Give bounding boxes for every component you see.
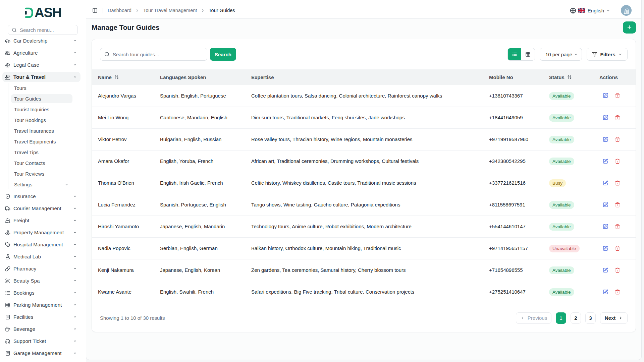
trash-icon[interactable] <box>615 159 620 164</box>
next-page-button[interactable]: Next <box>600 312 628 324</box>
page-number-button[interactable]: 3 <box>585 312 596 324</box>
sidebar-item[interactable]: Facilities <box>2 312 80 322</box>
sidebar-item[interactable]: Support Ticket <box>2 336 80 346</box>
sidebar-item-label: Insurance <box>13 193 36 199</box>
sidebar-item[interactable]: Freight <box>2 215 80 226</box>
sidebar-item[interactable]: Property Management <box>2 227 80 238</box>
cell-name: Lucia Fernandez <box>92 194 154 216</box>
row-actions <box>599 180 635 186</box>
edit-icon[interactable] <box>603 180 608 186</box>
trash-icon[interactable] <box>615 137 620 142</box>
sidebar-item[interactable]: Legal Case <box>2 60 80 70</box>
sidebar-search-input[interactable] <box>8 25 78 35</box>
sidebar-item-label: Courier Management <box>13 205 61 211</box>
plane-takeoff-icon <box>5 74 10 80</box>
submenu-item[interactable]: Tours <box>11 83 72 93</box>
edit-icon[interactable] <box>603 246 608 251</box>
per-page-select[interactable]: 10 per page <box>540 48 582 61</box>
sort-icon[interactable] <box>114 75 119 79</box>
sidebar-item-label: Medical Lab <box>13 254 41 259</box>
sidebar-item[interactable]: Hospital Management <box>2 239 80 250</box>
search-icon <box>12 27 17 33</box>
column-header-label: Languages Spoken <box>160 74 206 80</box>
submenu-item[interactable]: Tour Reviews <box>11 169 72 178</box>
globe-icon[interactable] <box>570 7 576 14</box>
sidebar-item[interactable]: Agriculture <box>2 48 80 58</box>
sidebar-item[interactable]: Beauty Spa <box>2 276 80 286</box>
edit-icon[interactable] <box>603 224 608 229</box>
sidebar-search-field[interactable] <box>20 27 74 33</box>
per-page-value: 10 per page <box>545 52 572 57</box>
sidebar-item-icon <box>5 218 10 223</box>
edit-icon[interactable] <box>603 137 608 142</box>
avatar[interactable] <box>621 5 632 16</box>
sort-icon[interactable] <box>567 75 572 79</box>
sidebar-item[interactable]: Parking Management <box>2 300 80 310</box>
list-view-button[interactable] <box>508 48 521 60</box>
submenu-item[interactable]: Travel Tips <box>11 148 72 157</box>
table-row: Hiroshi Yamamoto Japanese, English, Mand… <box>92 216 636 237</box>
filters-button[interactable]: Filters <box>587 48 628 61</box>
sidebar-item-icon <box>5 314 10 320</box>
trash-icon[interactable] <box>615 115 620 120</box>
edit-icon[interactable] <box>603 115 608 120</box>
language-selector[interactable]: English <box>578 8 610 13</box>
sidebar-item-tour-travel[interactable]: Tour & Travel <box>2 72 80 82</box>
cell-languages: Japanese, English, Korean <box>154 259 245 281</box>
search-tour-guides-input[interactable] <box>100 48 207 61</box>
trash-icon[interactable] <box>615 202 620 207</box>
brand-logo[interactable]: ASH <box>0 0 86 21</box>
trash-icon[interactable] <box>615 180 620 186</box>
search-button[interactable]: Search <box>210 48 236 61</box>
page-number-button[interactable]: 1 <box>556 312 566 324</box>
cell-languages: Bulgarian, English, Russian <box>154 128 245 150</box>
previous-page-button[interactable]: Previous <box>516 312 551 324</box>
language-label: English <box>588 8 604 13</box>
page-number-button[interactable]: 2 <box>571 312 581 324</box>
grid-view-button[interactable] <box>521 48 535 60</box>
sidebar-item-label: Parking Management <box>13 302 62 308</box>
trash-icon[interactable] <box>615 267 620 273</box>
submenu-item[interactable]: Tour Guides <box>11 94 72 103</box>
edit-icon[interactable] <box>603 289 608 295</box>
cell-name: Thomas O'Brien <box>92 172 154 194</box>
edit-icon[interactable] <box>603 267 608 273</box>
sidebar-item[interactable]: Car Dealership <box>2 36 80 46</box>
trash-icon[interactable] <box>615 224 620 229</box>
trash-icon[interactable] <box>615 246 620 251</box>
edit-icon[interactable] <box>603 202 608 207</box>
edit-icon[interactable] <box>603 159 608 164</box>
edit-icon[interactable] <box>603 93 608 98</box>
sidebar-item[interactable]: Pharmacy <box>2 263 80 274</box>
sidebar-item[interactable]: Insurance <box>2 191 80 201</box>
sidebar-item[interactable]: Courier Management <box>2 203 80 214</box>
add-tour-guide-button[interactable] <box>623 21 636 34</box>
sidebar-item[interactable]: Bookings <box>2 288 80 298</box>
tour-travel-submenu: Tours Tour Guides Tourist Inquiries <box>8 83 86 190</box>
table-row: Alejandro Vargas Spanish, English, Portu… <box>92 85 636 107</box>
chevron-down-icon <box>574 53 578 56</box>
sidebar-item[interactable]: Medical Lab <box>2 251 80 262</box>
sidebar-item[interactable]: Beverage <box>2 324 80 334</box>
table-row: Kenji Nakamura Japanese, English, Korean… <box>92 259 636 281</box>
search-tour-guides-field[interactable] <box>113 52 203 57</box>
breadcrumb-tour-travel-management[interactable]: Tour Travel Management <box>143 8 197 13</box>
sidebar-toggle-icon[interactable] <box>92 8 98 13</box>
submenu-item[interactable]: Travel Equipments <box>11 137 72 146</box>
col-header-name[interactable]: Name <box>92 69 154 85</box>
filters-label: Filters <box>600 52 615 57</box>
submenu-item[interactable]: Tourist Inquiries <box>11 105 72 114</box>
submenu-item[interactable]: Travel Insurances <box>11 126 72 135</box>
breadcrumb-dashboard[interactable]: Dashboard <box>108 8 131 13</box>
col-header-status[interactable]: Status <box>543 69 593 85</box>
submenu-item[interactable]: Tour Contacts <box>11 159 72 168</box>
sidebar-item-label: Property Management <box>13 230 64 235</box>
submenu-item[interactable]: Settings <box>11 180 72 189</box>
submenu-item[interactable]: Tour Bookings <box>11 116 72 125</box>
cell-mobile: +554144610147 <box>483 216 543 237</box>
sidebar-item[interactable]: Garage Management <box>2 348 80 358</box>
dash-logo-d-icon <box>24 7 33 18</box>
trash-icon[interactable] <box>615 93 620 98</box>
trash-icon[interactable] <box>615 289 620 295</box>
sidebar-item-icon <box>5 326 10 332</box>
